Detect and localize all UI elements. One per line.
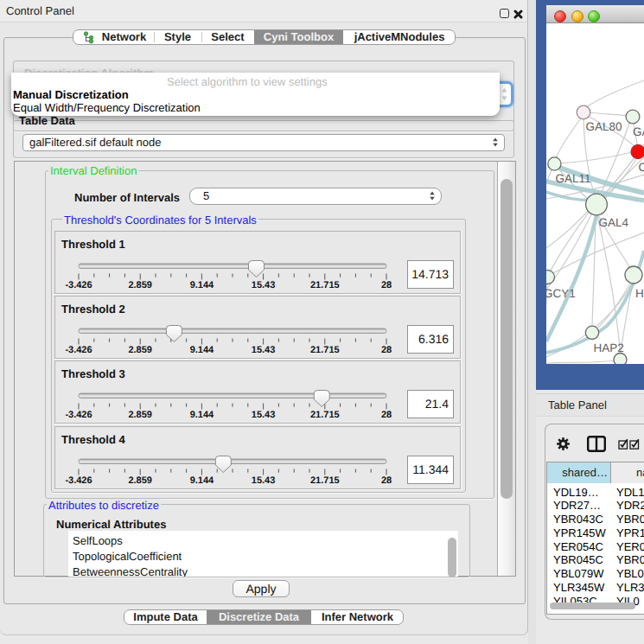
svg-text:21.715: 21.715 — [310, 475, 340, 486]
svg-text:15.43: 15.43 — [252, 475, 276, 486]
svg-text:GA: GA — [633, 125, 644, 138]
svg-text:-3.426: -3.426 — [65, 475, 92, 486]
svg-text:C: C — [639, 161, 644, 174]
svg-text:15.43: 15.43 — [252, 280, 276, 290]
svg-text:2.859: 2.859 — [128, 345, 152, 355]
svg-text:9.144: 9.144 — [190, 345, 214, 355]
svg-text:28: 28 — [381, 410, 392, 420]
svg-text:GAL80: GAL80 — [586, 120, 622, 133]
svg-text:2.859: 2.859 — [128, 280, 152, 290]
svg-text:H: H — [635, 287, 644, 300]
svg-text:9.144: 9.144 — [190, 410, 214, 420]
svg-text:HAP2: HAP2 — [594, 341, 624, 354]
svg-text:21.715: 21.715 — [310, 345, 340, 355]
svg-text:-3.426: -3.426 — [65, 280, 92, 290]
svg-text:28: 28 — [381, 345, 392, 355]
svg-text:2.859: 2.859 — [128, 475, 152, 486]
svg-text:-3.426: -3.426 — [65, 410, 92, 420]
svg-text:-3.426: -3.426 — [65, 345, 92, 355]
svg-text:28: 28 — [381, 475, 392, 486]
svg-text:GAL4: GAL4 — [599, 216, 629, 229]
svg-text:2.859: 2.859 — [128, 410, 152, 420]
svg-text:9.144: 9.144 — [190, 475, 214, 486]
svg-text:28: 28 — [381, 280, 392, 290]
svg-text:21.715: 21.715 — [310, 280, 340, 290]
svg-text:21.715: 21.715 — [310, 410, 340, 420]
svg-text:15.43: 15.43 — [252, 410, 276, 420]
svg-text:9.144: 9.144 — [190, 280, 214, 290]
svg-text:GCY1: GCY1 — [546, 287, 576, 300]
svg-text:15.43: 15.43 — [252, 345, 276, 355]
svg-text:GAL11: GAL11 — [556, 172, 591, 185]
